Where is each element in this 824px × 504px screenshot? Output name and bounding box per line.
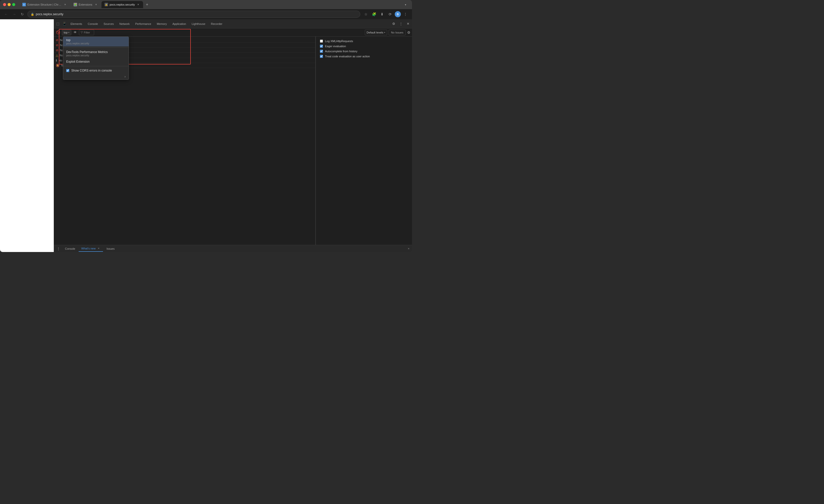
dropdown-item-top-title: top: [66, 38, 126, 42]
tab-label-security: pocs.neplox.security: [110, 3, 135, 6]
devtools-bottom-bar: ⋮ Console What's new ✕ Issues ✕: [54, 245, 412, 252]
devtools-tab-elements[interactable]: Elements: [68, 20, 85, 27]
maximize-button[interactable]: [12, 3, 15, 6]
default-levels-label: Default levels: [367, 31, 383, 34]
close-button[interactable]: [3, 3, 6, 6]
tab-label-extension: Extension Structure | Chrom…: [27, 3, 62, 6]
download-button[interactable]: ⬇: [379, 11, 386, 18]
settings-row-treat: Treat code evaluation as user action: [320, 55, 408, 58]
devtools-close-button[interactable]: ✕: [405, 21, 411, 27]
bottom-tab-issues[interactable]: Issues: [104, 246, 117, 252]
treat-user-action-checkbox[interactable]: [320, 55, 323, 58]
devtools-tab-recorder[interactable]: Recorder: [208, 20, 225, 27]
devtools-topbar-right: ⚙ ⋮ ✕: [391, 21, 411, 27]
tab-extensions[interactable]: 🧩 Extensions ✕: [71, 1, 101, 8]
devtools-panel: ⬚ 📱 Elements Console Sources Network Per…: [54, 19, 412, 252]
bottom-bar-right: ✕: [407, 247, 410, 250]
bottom-close-all-button[interactable]: ✕: [407, 247, 410, 250]
cors-checkbox[interactable]: [66, 69, 69, 72]
devtools-settings-button[interactable]: ⚙: [391, 21, 397, 27]
eager-eval-checkbox[interactable]: [320, 45, 323, 48]
dropdown-more-arrow[interactable]: ›: [63, 74, 129, 80]
reload-button[interactable]: ↻: [19, 11, 25, 17]
cors-checkbox-label: Show CORS errors in console: [71, 69, 112, 72]
dropdown-item-devtools-perf[interactable]: DevTools Performance Metrics pocs.neplox…: [63, 49, 129, 59]
autocomplete-checkbox[interactable]: [320, 50, 323, 53]
devtools-tab-memory[interactable]: Memory: [154, 20, 170, 27]
new-tab-button[interactable]: +: [143, 1, 151, 8]
devtools-tab-performance[interactable]: Performance: [133, 20, 154, 27]
browser-window: E Extension Structure | Chrom… ✕ 🧩 Exten…: [0, 0, 412, 252]
tab-label-extensions: Extensions: [79, 3, 93, 6]
log-xhr-label: Log XMLHttpRequests: [325, 39, 353, 42]
dropdown-divider-2: [63, 66, 129, 66]
error-icon-1: ⊘: [56, 43, 58, 47]
settings-panel: Log XMLHttpRequests Eager evaluation Aut…: [316, 36, 412, 245]
tab-extension-structure[interactable]: E Extension Structure | Chrom… ✕: [19, 1, 70, 8]
bottom-more-button[interactable]: ⋮: [55, 246, 62, 252]
extension-puzzle-button[interactable]: 🧩: [371, 11, 378, 18]
devtools-more-button[interactable]: ⋮: [398, 21, 404, 27]
tab-close-extensions[interactable]: ✕: [94, 3, 98, 6]
tab-close-extension[interactable]: ✕: [64, 3, 67, 6]
autocomplete-label: Autocomplete from history: [325, 50, 357, 53]
devtools-tab-application[interactable]: Application: [170, 20, 189, 27]
tab-favicon-extension: E: [22, 3, 26, 6]
bottom-tab-whats-new-label: What's new: [81, 247, 96, 250]
minimize-button[interactable]: [8, 3, 11, 6]
more-button[interactable]: ⋮: [402, 11, 409, 18]
console-filter-input[interactable]: ▽ Filter: [79, 30, 94, 35]
forward-button[interactable]: →: [11, 11, 17, 17]
devtools-tab-lighthouse[interactable]: Lighthouse: [189, 20, 208, 27]
dropdown-cors-checkbox-item[interactable]: Show CORS errors in console: [63, 67, 129, 74]
info-icon-0: ℹ: [56, 59, 57, 62]
filter-label: Filter: [84, 31, 90, 34]
lock-icon: 🔒: [31, 13, 34, 16]
traffic-lights: [3, 3, 15, 6]
eager-eval-label: Eager evaluation: [325, 45, 346, 48]
error-icon-0: ⊘: [56, 38, 58, 42]
clear-console-button[interactable]: 🚫: [55, 30, 61, 35]
context-dropdown-arrow: ▾: [68, 31, 70, 34]
log-xhr-checkbox[interactable]: [320, 39, 323, 42]
dropdown-item-devtools-title: DevTools Performance Metrics: [66, 50, 126, 54]
devtools-tab-console[interactable]: Console: [85, 20, 100, 27]
context-selector[interactable]: top ▾: [62, 30, 71, 35]
error-icon-2: ⊘: [56, 48, 58, 52]
verbose-icon-0: 🔕: [56, 64, 60, 67]
title-bar: E Extension Structure | Chrom… ✕ 🧩 Exten…: [0, 0, 412, 9]
bottom-tab-whats-new-close[interactable]: ✕: [97, 247, 100, 250]
live-expression-button[interactable]: 👁: [72, 30, 78, 35]
bottom-tab-console[interactable]: Console: [63, 246, 78, 252]
address-bar: ← → ↻ 🔒 pocs.neplox.security ☆ 🧩 ⬇ ⟳ B ⋮: [0, 9, 412, 19]
console-bar-right: Default levels ▾ No Issues ⚙: [365, 30, 410, 35]
bottom-tab-issues-label: Issues: [107, 247, 115, 250]
filter-icon: ▽: [81, 31, 83, 34]
bottom-tab-whats-new[interactable]: What's new ✕: [79, 246, 103, 252]
context-label: top: [64, 31, 68, 34]
devtools-device-button[interactable]: 📱: [62, 21, 68, 27]
dropdown-divider-1: [63, 47, 129, 48]
no-issues-badge: No Issues: [389, 30, 406, 35]
tab-close-security[interactable]: ✕: [136, 3, 140, 6]
main-content: ⬚ 📱 Elements Console Sources Network Per…: [0, 19, 412, 252]
devtools-tab-network[interactable]: Network: [117, 20, 132, 27]
warning-icon-0: △: [56, 54, 58, 57]
dropdown-item-top[interactable]: top pocs.neplox.security: [63, 37, 129, 46]
address-bar-input[interactable]: 🔒 pocs.neplox.security: [27, 11, 360, 18]
tab-security[interactable]: 🔒 pocs.neplox.security ✕: [101, 1, 143, 8]
profile-avatar[interactable]: B: [395, 11, 401, 17]
devtools-main-split: 🚫 top ▾ 👁 ▽ Filter t: [54, 28, 412, 245]
sync-button[interactable]: ⟳: [387, 11, 394, 18]
tab-dropdown-button[interactable]: ▾: [402, 1, 409, 8]
dropdown-item-exploit[interactable]: Exploit Extension: [63, 59, 129, 65]
devtools-topbar: ⬚ 📱 Elements Console Sources Network Per…: [54, 19, 412, 28]
devtools-inspect-button[interactable]: ⬚: [55, 21, 61, 27]
console-settings-button[interactable]: ⚙: [407, 30, 410, 34]
default-levels-dropdown[interactable]: Default levels ▾: [365, 30, 387, 35]
dropdown-item-exploit-title: Exploit Extension: [66, 60, 126, 64]
bookmark-button[interactable]: ☆: [362, 11, 370, 18]
back-button[interactable]: ←: [3, 11, 9, 17]
bottom-tab-console-label: Console: [65, 247, 75, 250]
devtools-tab-sources[interactable]: Sources: [101, 20, 116, 27]
